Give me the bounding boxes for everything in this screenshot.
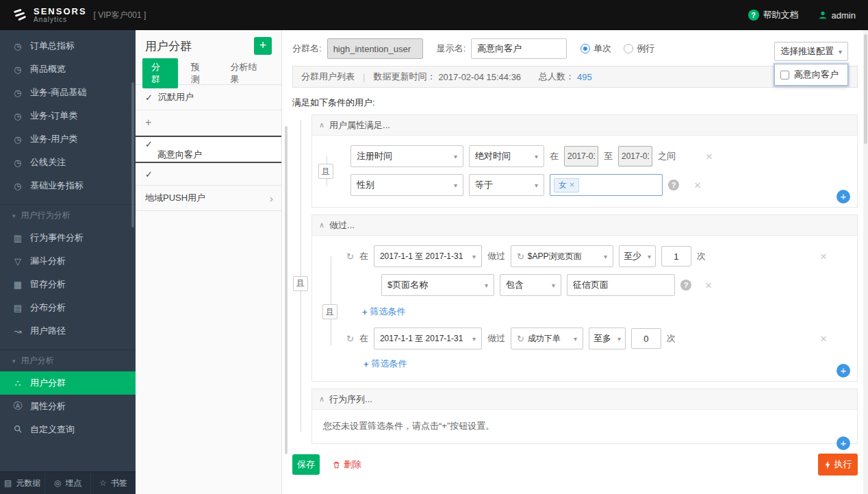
plus-icon: + — [363, 359, 369, 369]
sidebar-item-event-analysis[interactable]: ▥ 行为事件分析 — [0, 226, 136, 249]
value-tag[interactable]: 女 × — [554, 178, 579, 193]
sidebar-item-user-path[interactable]: ↝ 用户路径 — [0, 319, 136, 343]
sidebar-item-label: 用户分群 — [30, 377, 66, 389]
user-menu[interactable]: admin — [818, 10, 856, 21]
sidebar-section-user-analysis[interactable]: ▾ 用户分析 — [0, 349, 136, 371]
list-item-label: 沉默用户 — [158, 91, 194, 103]
footer-item-buried-point[interactable]: ◎ 埋点 — [45, 472, 90, 494]
sidebar-item-custom-query[interactable]: 自定义查询 — [0, 418, 136, 441]
footer-item-bookmark[interactable]: ☆ 书签 — [91, 472, 136, 494]
conditions-area: 且 ∧ 用户属性满足... 且 注册时间 ▾ 绝对 — [301, 114, 858, 444]
add-event-condition-button[interactable]: + — [837, 364, 850, 378]
radio-routine-dot — [624, 44, 633, 53]
list-item-add[interactable]: + — [136, 110, 281, 136]
display-name-input[interactable] — [471, 38, 567, 59]
sidebar-item-user-segmentation[interactable]: ∴ 用户分群 — [0, 371, 136, 395]
list-item-region-push[interactable]: 地域PUSH用户 › — [136, 186, 281, 211]
date-from-input[interactable] — [564, 146, 598, 166]
date-to-input[interactable] — [618, 146, 652, 166]
filter-value-input[interactable] — [567, 274, 675, 296]
help-icon[interactable]: ? — [680, 280, 691, 291]
sidebar-item-biz-user[interactable]: ◷ 业务-用户类 — [0, 127, 136, 151]
sidebar-item-biz-product-base[interactable]: ◷ 业务-商品基础 — [0, 81, 136, 104]
save-button[interactable]: 保存 — [292, 454, 320, 475]
operator-select[interactable]: 等于 ▾ — [469, 174, 544, 196]
property-select[interactable]: 注册时间 ▾ — [350, 145, 463, 167]
sidebar-section-label: 用户行为分析 — [21, 210, 71, 221]
list-item-silent-users[interactable]: ✓ 沉默用户 — [136, 85, 281, 110]
total-count-value[interactable]: 495 — [577, 72, 592, 82]
add-sequence-condition-button[interactable]: + — [837, 436, 850, 450]
sensors-logo-icon — [12, 8, 27, 23]
gauge-icon: ◷ — [12, 88, 23, 98]
remove-condition-icon[interactable]: × — [694, 180, 701, 191]
help-link[interactable]: ? 帮助文档 — [748, 9, 799, 21]
footer-item-metadata[interactable]: ▤ 元数据 — [0, 472, 45, 494]
date-range-select[interactable]: 2017-1-1 至 2017-1-31 ▾ — [374, 245, 482, 267]
add-profile-condition-button[interactable]: + — [837, 190, 850, 203]
remove-event-icon[interactable]: × — [820, 251, 827, 262]
list-item-checked[interactable]: ✓ — [136, 163, 281, 186]
collapse-icon: ∧ — [319, 221, 324, 230]
sidebar-item-order-metrics[interactable]: ◷ 订单总指标 — [0, 34, 136, 58]
date-range-select[interactable]: 2017-1-1 至 2017-1-31 ▾ — [374, 328, 482, 349]
time-type-select[interactable]: 绝对时间 ▾ — [469, 145, 544, 167]
remove-event-icon[interactable]: × — [820, 333, 827, 345]
sidebar-item-public-focus[interactable]: ◷ 公线关注 — [0, 151, 136, 174]
push-config-button[interactable]: 选择推送配置 ▾ — [774, 42, 848, 61]
add-segment-button[interactable]: + — [254, 37, 272, 55]
profile-block-header[interactable]: ∧ 用户属性满足... — [312, 115, 857, 136]
sidebar-item-distribution-analysis[interactable]: ▤ 分布分析 — [0, 296, 136, 319]
did-and-connector[interactable]: 且 — [322, 304, 337, 319]
sidebar-item-attribute-analysis[interactable]: Ⓐ 属性分析 — [0, 395, 136, 418]
remove-tag-icon[interactable]: × — [570, 180, 574, 190]
add-filter-link[interactable]: + 筛选条件 — [362, 306, 406, 318]
page-scrollbar-thumb[interactable] — [864, 34, 867, 144]
property-select[interactable]: 性别 ▾ — [350, 174, 463, 196]
filter-operator-select[interactable]: 包含 ▾ — [500, 274, 561, 296]
delete-button[interactable]: 删除 — [332, 458, 361, 471]
tag-value-input[interactable]: 女 × — [550, 174, 663, 196]
add-filter-link[interactable]: + 筛选条件 — [363, 358, 407, 370]
tab-prediction[interactable]: 预测 — [182, 58, 218, 88]
main-scrollbar[interactable] — [285, 126, 288, 454]
sidebar-item-basic-biz-metrics[interactable]: ◷ 基础业务指标 — [0, 174, 136, 197]
qualifier-select[interactable]: 至少 ▾ — [619, 245, 656, 267]
distribution-icon: ▤ — [12, 303, 23, 313]
radio-once[interactable]: 单次 — [580, 42, 611, 55]
event-select[interactable]: ↻ $APP浏览页面 ▾ — [511, 245, 613, 267]
user-list-label[interactable]: 分群用户列表 — [301, 71, 355, 83]
sidebar-item-product-overview[interactable]: ◷ 商品概览 — [0, 58, 136, 81]
list-item-high-intention[interactable]: ✓ 高意向客户 — [136, 136, 281, 163]
radio-routine[interactable]: 例行 — [624, 42, 654, 55]
gauge-icon: ◷ — [12, 41, 23, 51]
gauge-icon: ◷ — [12, 111, 23, 121]
sidebar-section-behavior-analysis[interactable]: ▾ 用户行为分析 — [0, 204, 136, 226]
push-option-high-intention[interactable]: 高意向客户 — [780, 69, 842, 81]
sidebar-item-funnel-analysis[interactable]: ▽ 漏斗分析 — [0, 249, 136, 273]
filter-property-select[interactable]: $页面名称 ▾ — [381, 274, 494, 296]
tab-analysis-results[interactable]: 分析结果 — [222, 58, 275, 88]
help-icon[interactable]: ? — [668, 180, 679, 190]
sidebar-item-biz-order[interactable]: ◷ 业务-订单类 — [0, 104, 136, 127]
execute-button[interactable]: 执行 — [818, 454, 858, 476]
event-select[interactable]: ↻ 成功下单 ▾ — [511, 328, 583, 349]
remove-filter-icon[interactable]: × — [705, 280, 712, 291]
property-select-value: 性别 — [357, 179, 374, 191]
outer-and-connector[interactable]: 且 — [293, 276, 308, 291]
remove-condition-icon[interactable]: × — [706, 151, 713, 162]
profile-and-connector[interactable]: 且 — [318, 164, 333, 179]
brand-logo[interactable]: SENSORS Analytics — [12, 7, 87, 23]
sequence-block-header[interactable]: ∧ 行为序列... — [312, 389, 857, 410]
count-input[interactable] — [631, 328, 661, 349]
date-range-value: 2017-1-1 至 2017-1-31 — [380, 333, 463, 345]
count-input[interactable] — [661, 246, 691, 267]
page-scrollbar-track[interactable] — [863, 30, 868, 494]
did-block-header[interactable]: ∧ 做过... — [312, 215, 857, 236]
sidebar-scrollbar[interactable] — [131, 82, 134, 227]
sidebar-item-retention-analysis[interactable]: ▦ 留存分析 — [0, 273, 136, 296]
qualifier-select[interactable]: 至多 ▾ — [589, 328, 626, 349]
caret-down-icon: ▾ — [617, 335, 621, 343]
push-option-checkbox[interactable] — [780, 71, 789, 79]
tab-segments[interactable]: 分群 — [142, 58, 178, 88]
